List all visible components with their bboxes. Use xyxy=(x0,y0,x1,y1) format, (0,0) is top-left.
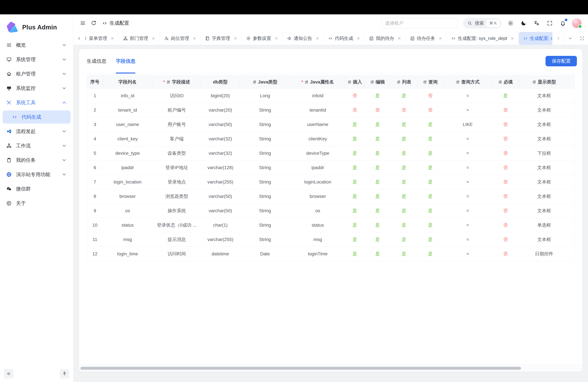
cell[interactable]: 是 xyxy=(391,175,417,189)
cell[interactable]: 是 xyxy=(417,132,443,146)
cell[interactable]: LIKE xyxy=(443,117,492,131)
cell[interactable]: String xyxy=(239,132,291,146)
cell[interactable]: 操作系统 xyxy=(152,204,201,218)
cell[interactable]: 否 xyxy=(345,103,365,117)
sidebar-item-tenant-mgmt[interactable]: 租户管理 xyxy=(3,67,71,80)
cell[interactable]: 文本框 xyxy=(519,189,569,203)
cell[interactable]: 登录IP地址 xyxy=(152,160,201,175)
cell[interactable]: 是 xyxy=(391,117,417,131)
cell[interactable]: 单选框 xyxy=(519,218,569,232)
cell[interactable]: loginLocation xyxy=(291,175,345,189)
content-fullscreen-button[interactable] xyxy=(576,32,588,45)
cell[interactable]: 文本框 xyxy=(519,103,569,117)
cell[interactable]: 租户编号 xyxy=(152,103,201,117)
cell[interactable]: 是 xyxy=(345,146,365,160)
settings-button[interactable] xyxy=(507,19,514,27)
cell[interactable]: loginTime xyxy=(291,247,345,261)
cell[interactable]: 是 xyxy=(391,232,417,247)
cell[interactable]: = xyxy=(443,232,492,247)
cell[interactable]: 否 xyxy=(492,247,519,261)
tab-post-mgmt[interactable]: 岗位管理 xyxy=(160,32,201,45)
cell[interactable]: 是 xyxy=(365,146,391,160)
cell[interactable]: 提示消息 xyxy=(152,232,201,247)
cell[interactable]: 文本框 xyxy=(519,204,569,218)
cell[interactable]: 否 xyxy=(365,103,391,117)
global-search-button[interactable]: 搜索 ⌘ K xyxy=(463,18,502,28)
cell[interactable]: 是 xyxy=(492,88,519,103)
notifications-button[interactable] xyxy=(559,19,567,27)
cell[interactable]: String xyxy=(239,103,291,117)
cell[interactable]: String xyxy=(239,117,291,131)
cell[interactable]: userName xyxy=(291,117,345,131)
cell[interactable]: 是 xyxy=(365,232,391,247)
cell[interactable]: infoId xyxy=(291,88,345,103)
toggle-sidebar-button[interactable] xyxy=(79,19,87,27)
cell[interactable]: 是 xyxy=(417,232,443,247)
cell[interactable]: 否 xyxy=(391,103,417,117)
cell[interactable]: String xyxy=(239,204,291,218)
cell[interactable]: 日期控件 xyxy=(519,247,569,261)
cell[interactable]: 否 xyxy=(492,132,519,146)
cell[interactable]: 否 xyxy=(417,103,443,117)
cell[interactable]: 是 xyxy=(417,146,443,160)
cell[interactable]: 是 xyxy=(345,160,365,175)
cell[interactable]: 是 xyxy=(365,88,391,103)
language-button[interactable] xyxy=(533,19,541,27)
cell[interactable]: = xyxy=(443,103,492,117)
cell[interactable]: 登录状态（0成功 ... xyxy=(152,218,201,232)
fullscreen-button[interactable] xyxy=(546,19,554,27)
cell[interactable]: = xyxy=(443,247,492,261)
sidebar-item-system-monitor[interactable]: 系统监控 xyxy=(3,82,71,95)
sidebar-item-flow-start[interactable]: 流程发起 xyxy=(3,125,71,138)
dark-mode-button[interactable] xyxy=(520,19,527,27)
cell[interactable]: 是 xyxy=(345,218,365,232)
cell[interactable]: 是 xyxy=(345,175,365,189)
cell[interactable]: 否 xyxy=(345,88,365,103)
cell[interactable]: = xyxy=(443,204,492,218)
cell[interactable]: 否 xyxy=(417,88,443,103)
cell[interactable]: String xyxy=(239,146,291,160)
cell[interactable]: 客户端 xyxy=(152,132,201,146)
tab-my-todo[interactable]: 我的待办 xyxy=(365,32,406,45)
cell[interactable]: 登录地点 xyxy=(152,175,201,189)
cell[interactable]: browser xyxy=(291,189,345,203)
sidebar-item-my-tasks[interactable]: 我的任务 xyxy=(3,154,71,167)
cell[interactable]: 是 xyxy=(417,175,443,189)
cell[interactable]: 是 xyxy=(365,247,391,261)
cell[interactable]: = xyxy=(443,88,492,103)
cell[interactable]: 文本框 xyxy=(519,117,569,131)
cell[interactable]: 否 xyxy=(492,189,519,203)
tab-dict-mgmt[interactable]: 字典管理 xyxy=(201,32,242,45)
sidebar-item-system-tools[interactable]: 系统工具 xyxy=(3,96,71,109)
sidebar-item-overview[interactable]: 概览 xyxy=(3,39,71,52)
sidebar-item-wechat-group[interactable]: 微信群 xyxy=(3,182,71,195)
cell[interactable]: = xyxy=(443,189,492,203)
cell[interactable]: 否 xyxy=(492,218,519,232)
tabs-scroll-left-button[interactable] xyxy=(73,32,85,45)
tab-generation-info[interactable]: 生成信息 xyxy=(87,49,106,73)
cell[interactable]: 文本框 xyxy=(519,232,569,247)
cell[interactable]: 是 xyxy=(345,117,365,131)
cell[interactable]: 下拉框 xyxy=(519,146,569,160)
refresh-button[interactable] xyxy=(90,19,98,27)
tabs-scroll-right-button[interactable] xyxy=(552,32,564,45)
cell[interactable]: 文本框 xyxy=(519,88,569,103)
tab-dept-mgmt[interactable]: 部门管理 xyxy=(119,32,160,45)
cell[interactable]: 是 xyxy=(391,189,417,203)
cell[interactable]: os xyxy=(291,204,345,218)
cell[interactable]: 是 xyxy=(345,189,365,203)
cell[interactable]: 否 xyxy=(492,160,519,175)
cell[interactable]: 是 xyxy=(391,160,417,175)
sidebar-item-workflow[interactable]: 工作流 xyxy=(3,139,71,152)
cell[interactable]: = xyxy=(443,160,492,175)
cell[interactable]: 设备类型 xyxy=(152,146,201,160)
cell[interactable]: String xyxy=(239,189,291,203)
tab-field-info[interactable]: 字段信息 xyxy=(116,49,135,73)
collapse-sidebar-button[interactable] xyxy=(4,369,13,378)
cell[interactable]: ipaddr xyxy=(291,160,345,175)
cell[interactable]: 是 xyxy=(391,88,417,103)
tabs-menu-button[interactable] xyxy=(564,32,576,45)
cell[interactable]: 否 xyxy=(492,175,519,189)
tab-gen-config-sys-lo[interactable]: 生成配置: sys_lo xyxy=(519,32,552,45)
cell[interactable]: 否 xyxy=(492,117,519,131)
